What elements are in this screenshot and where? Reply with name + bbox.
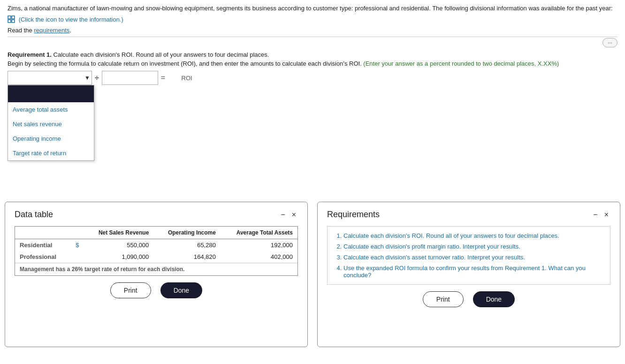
requirement-title-rest: Calculate each division's ROI. Round all… [52, 51, 269, 58]
data-table-controls: − × [279, 211, 298, 219]
formula-select-wrapper: Average total assets Net sales revenue O… [8, 71, 92, 85]
ellipsis-button[interactable]: ··· [602, 38, 617, 47]
data-table: Net Sales Revenue Operating Income Avera… [15, 227, 297, 275]
dropdown-item-operating-income[interactable]: Operating income [8, 131, 94, 146]
row-residential-net-sales: 550,000 [84, 239, 153, 251]
dropdown-item-net-sales-revenue[interactable]: Net sales revenue [8, 117, 94, 131]
dropdown-header [8, 85, 94, 102]
svg-rect-3 [12, 20, 15, 23]
requirements-title-bar: Requirements − × [327, 210, 610, 220]
requirements-footer: Print Done [327, 291, 610, 307]
data-table-title: Data table [15, 210, 53, 220]
list-item: Use the expanded ROI formula to confirm … [343, 265, 602, 279]
col-header-net-sales: Net Sales Revenue [84, 227, 153, 239]
click-icon-text: (Click the icon to view the information.… [8, 15, 617, 24]
svg-rect-0 [8, 16, 11, 19]
grid-icon [8, 15, 16, 24]
dropdown-item-target-rate-of-return[interactable]: Target rate of return [8, 146, 94, 160]
table-row: Professional 1,090,000 164,820 402,000 [15, 251, 297, 263]
requirements-close-button[interactable]: × [602, 211, 610, 219]
row-residential-avg-assets: 192,000 [221, 239, 297, 251]
formula-divide-operator: ÷ [95, 74, 99, 82]
modal-overlay: Data table − × Net Sales Revenue Operati… [0, 202, 625, 347]
row-professional-avg-assets: 402,000 [221, 251, 297, 263]
row-professional-net-sales: 1,090,000 [84, 251, 153, 263]
data-table-title-bar: Data table − × [15, 210, 298, 220]
formula-select[interactable]: Average total assets Net sales revenue O… [8, 71, 92, 85]
col-header-operating-income: Operating Income [153, 227, 221, 239]
table-row: Residential $ 550,000 65,280 192,000 [15, 239, 297, 251]
row-residential-currency: $ [69, 239, 84, 251]
dropdown-item-average-total-assets[interactable]: Average total assets [8, 102, 94, 117]
divider-line [8, 37, 617, 37]
data-table-note-row: Management has a 26% target rate of retu… [15, 263, 297, 276]
col-header-avg-assets: Average Total Assets [221, 227, 297, 239]
formula-input-field[interactable] [102, 71, 158, 85]
data-table-footer: Print Done [15, 282, 298, 298]
requirements-minimize-button[interactable]: − [591, 211, 599, 219]
requirements-title: Requirements [327, 210, 380, 220]
dropdown-menu: Average total assets Net sales revenue O… [8, 85, 94, 161]
row-residential-operating-income: 65,280 [153, 239, 221, 251]
list-item: Calculate each division's asset turnover… [343, 254, 602, 261]
requirement-subtitle: Begin by selecting the formula to calcul… [8, 60, 617, 67]
row-residential-label: Residential [15, 239, 69, 251]
requirement-title-bold: Requirement 1. [8, 51, 52, 58]
col-header-label [15, 227, 69, 239]
list-item: Calculate each division's ROI. Round all… [343, 232, 602, 239]
svg-rect-2 [8, 20, 11, 23]
formula-equals-sign: = [161, 74, 165, 82]
formula-row: Average total assets Net sales revenue O… [8, 71, 617, 85]
requirements-modal: Requirements − × Calculate each division… [317, 202, 620, 347]
requirements-controls: − × [591, 211, 610, 219]
data-table-note: Management has a 26% target rate of retu… [15, 263, 297, 276]
view-info-link[interactable]: (Click the icon to view the information.… [19, 16, 123, 23]
intro-text-content: Zims, a national manufacturer of lawn-mo… [8, 5, 613, 12]
requirement-section: Requirement 1. Calculate each division's… [8, 51, 617, 85]
data-table-print-button[interactable]: Print [110, 282, 151, 298]
requirement-note: (Enter your answer as a percent rounded … [363, 60, 559, 67]
formula-roi-label: ROI [168, 75, 206, 82]
svg-rect-1 [12, 16, 15, 19]
requirements-done-button[interactable]: Done [473, 291, 515, 307]
requirements-print-button[interactable]: Print [423, 291, 464, 307]
row-professional-operating-income: 164,820 [153, 251, 221, 263]
intro-paragraph: Zims, a national manufacturer of lawn-mo… [8, 4, 617, 13]
requirements-list-container: Calculate each division's ROI. Round all… [327, 226, 610, 285]
requirements-link[interactable]: requirements [34, 27, 69, 34]
data-table-header-row: Net Sales Revenue Operating Income Avera… [15, 227, 297, 239]
row-professional-currency [69, 251, 84, 263]
requirements-list: Calculate each division's ROI. Round all… [335, 232, 602, 279]
col-header-currency [69, 227, 84, 239]
row-professional-label: Professional [15, 251, 69, 263]
list-item: Calculate each division's profit margin … [343, 243, 602, 250]
data-table-minimize-button[interactable]: − [279, 211, 287, 219]
data-table-close-button[interactable]: × [290, 211, 298, 219]
data-table-container: Net Sales Revenue Operating Income Avera… [15, 226, 298, 276]
read-requirements-text: Read the requirements. [8, 27, 617, 34]
requirement-title: Requirement 1. Calculate each division's… [8, 51, 617, 58]
data-table-modal: Data table − × Net Sales Revenue Operati… [5, 202, 308, 347]
data-table-done-button[interactable]: Done [160, 282, 202, 298]
